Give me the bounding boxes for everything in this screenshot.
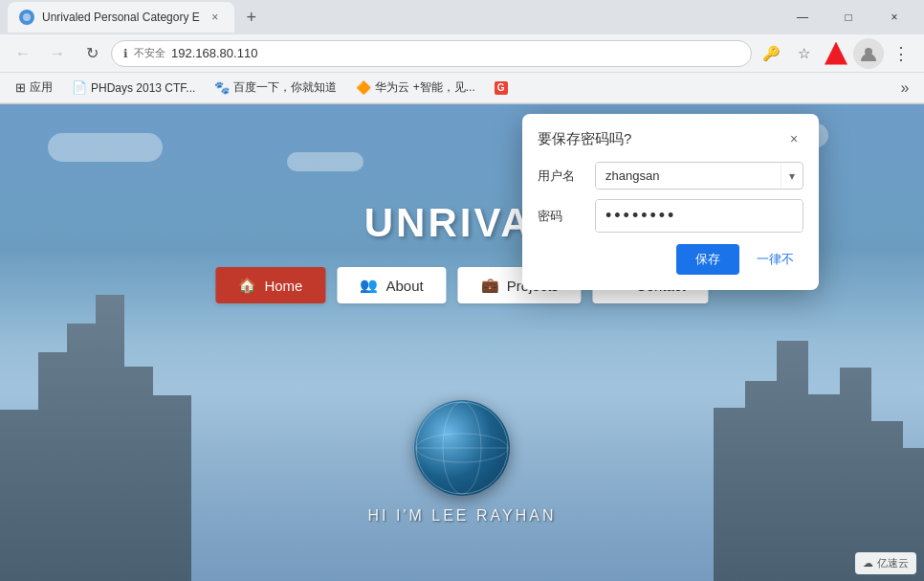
address-bar[interactable]: ℹ 不安全 192.168.80.110: [111, 40, 752, 67]
dialog-title: 要保存密码吗?: [538, 130, 631, 148]
forward-button[interactable]: →: [42, 38, 73, 69]
adobe-extension-icon[interactable]: [821, 38, 851, 69]
apps-label: 应用: [30, 79, 53, 96]
dialog-header: 要保存密码吗? ×: [538, 129, 803, 148]
security-icon: ℹ: [123, 47, 128, 60]
bookmark-star-icon[interactable]: ☆: [788, 38, 819, 69]
maximize-button[interactable]: □: [826, 2, 870, 33]
insecure-label: 不安全: [134, 46, 165, 60]
password-manager-icon[interactable]: 🔑: [756, 38, 786, 69]
svg-point-1: [23, 13, 31, 21]
phdays-label: PHDays 2013 CTF...: [91, 81, 195, 95]
username-label: 用户名: [538, 168, 587, 185]
title-bar: Unrivaled Personal Category E × + — □ ×: [0, 0, 924, 34]
tab-title: Unrivaled Personal Category E: [42, 11, 200, 24]
username-input-wrap: ▾: [595, 162, 803, 190]
username-dropdown-arrow[interactable]: ▾: [781, 164, 803, 189]
password-label: 密码: [538, 208, 587, 225]
save-button[interactable]: 保存: [676, 244, 739, 275]
password-input[interactable]: [596, 200, 803, 232]
huawei-icon: 🔶: [356, 80, 371, 95]
bookmark-phdays[interactable]: 📄 PHDays 2013 CTF...: [64, 78, 203, 97]
bookmark-baidu[interactable]: 🐾 百度一下，你就知道: [207, 78, 344, 98]
bookmarks-more-button[interactable]: »: [893, 77, 916, 100]
extensions-more-icon[interactable]: ⋮: [886, 38, 916, 69]
toolbar: ← → ↻ ℹ 不安全 192.168.80.110 🔑 ☆ ⋮: [0, 34, 924, 73]
dialog-close-button[interactable]: ×: [784, 129, 803, 148]
apps-icon: ⊞: [15, 80, 26, 95]
dialog-actions: 保存 一律不: [538, 244, 803, 275]
bookmark-huawei[interactable]: 🔶 华为云 +智能，见...: [348, 78, 482, 98]
dialog-overlay: 要保存密码吗? × 用户名 ▾ 密码: [0, 104, 924, 581]
browser-tab[interactable]: Unrivaled Personal Category E ×: [8, 2, 234, 33]
url-text: 192.168.80.110: [171, 46, 257, 60]
bookmarks-bar: ⊞ 应用 📄 PHDays 2013 CTF... 🐾 百度一下，你就知道 🔶 …: [0, 73, 924, 103]
never-button[interactable]: 一律不: [747, 244, 803, 275]
new-tab-button[interactable]: +: [238, 4, 265, 31]
toolbar-right: 🔑 ☆ ⋮: [756, 38, 916, 69]
close-button[interactable]: ×: [872, 2, 916, 33]
password-row: 密码: [538, 199, 803, 233]
baidu-label: 百度一下，你就知道: [233, 79, 337, 96]
g-favicon: G: [495, 81, 508, 95]
page-content: UNRIVAL 🏠 Home 👥 About 💼 Projects ✉ Cont…: [0, 104, 924, 581]
back-button[interactable]: ←: [8, 38, 38, 69]
huawei-label: 华为云 +智能，见...: [375, 79, 474, 96]
bookmark-apps[interactable]: ⊞ 应用: [8, 78, 60, 98]
password-input-wrap: [595, 199, 803, 233]
tab-close-btn[interactable]: ×: [208, 10, 223, 25]
bookmark-g[interactable]: G: [487, 79, 516, 97]
refresh-button[interactable]: ↻: [77, 38, 107, 69]
phdays-icon: 📄: [72, 80, 87, 95]
profile-button[interactable]: [853, 38, 884, 69]
browser-chrome: Unrivaled Personal Category E × + — □ × …: [0, 0, 924, 104]
tab-favicon: [19, 10, 34, 25]
password-save-dialog: 要保存密码吗? × 用户名 ▾ 密码: [522, 114, 819, 290]
username-input[interactable]: [596, 163, 781, 189]
username-row: 用户名 ▾: [538, 162, 803, 190]
baidu-icon: 🐾: [214, 80, 230, 95]
minimize-button[interactable]: —: [781, 2, 825, 33]
window-controls: — □ ×: [781, 2, 916, 33]
